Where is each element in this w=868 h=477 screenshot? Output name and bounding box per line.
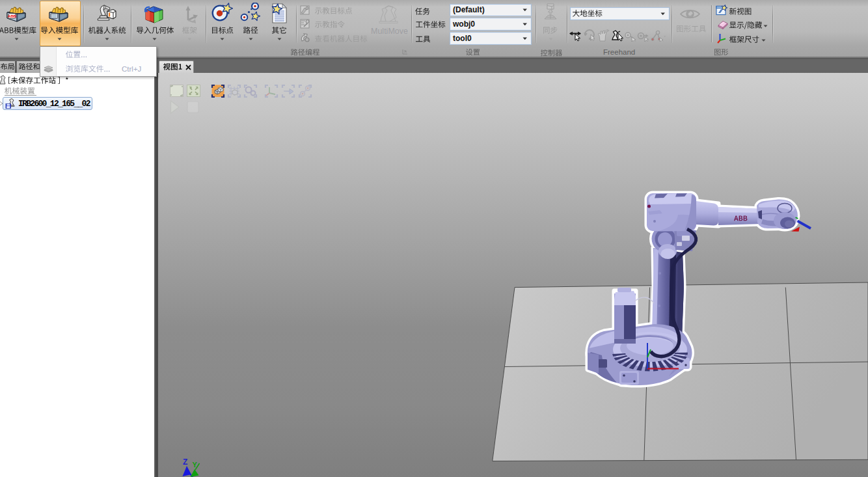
- svg-text:ABB: ABB: [8, 14, 17, 18]
